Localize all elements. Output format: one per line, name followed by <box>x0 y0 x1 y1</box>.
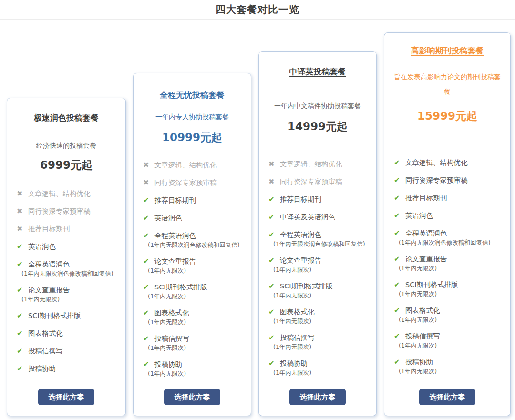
feature-row: ✔ 文章逻辑、结构优化 <box>394 158 506 168</box>
feature-main: ✔ 同行资深专家预审稿 <box>394 175 506 185</box>
cross-icon: ✖ <box>143 160 154 170</box>
feature-label: 投稿信撰写 <box>280 333 315 343</box>
check-icon: ✔ <box>17 328 28 338</box>
feature-main: ✔ 图表格式化 <box>268 307 372 317</box>
check-icon: ✔ <box>394 228 405 238</box>
feature-row: ✖ 文章逻辑、结构优化 <box>143 160 247 170</box>
feature-main: ✔ 投稿协助 <box>17 364 122 374</box>
check-icon: ✔ <box>143 334 154 344</box>
check-icon: ✔ <box>394 331 405 341</box>
feature-row: ✔ 投稿协助 (1年内无限次) <box>268 359 372 377</box>
feature-note: (1年内无限次) <box>273 317 372 325</box>
feature-label: 推荐目标期刊 <box>280 195 321 205</box>
feature-row: ✔ SCI期刊格式排版 <box>17 311 122 321</box>
feature-label: 投稿协助 <box>280 359 308 369</box>
feature-main: ✔ 中译英及英语润色 <box>268 212 372 222</box>
feature-row: ✔ 推荐目标期刊 <box>268 195 372 205</box>
check-icon: ✔ <box>268 230 280 240</box>
feature-label: 同行资深专家预审稿 <box>280 177 342 187</box>
check-icon: ✔ <box>17 259 28 269</box>
feature-label: 中译英及英语润色 <box>280 212 335 222</box>
check-icon: ✔ <box>394 280 405 290</box>
check-icon: ✔ <box>143 213 154 223</box>
feature-label: SCI期刊格式排版 <box>28 311 81 321</box>
feature-main: ✔ 论文查重报告 <box>268 256 372 266</box>
feature-note: (1年内无限次) <box>148 266 247 275</box>
select-plan-button[interactable]: 选择此方案 <box>289 389 346 405</box>
page-title: 四大套餐对比一览 <box>216 3 299 16</box>
check-icon: ✔ <box>394 211 405 221</box>
pricing-card: 全程无忧投稿套餐 一年内专人协助投稿套餐 10999元起 ✖ 文章逻辑、结构优化… <box>133 73 251 416</box>
feature-row: ✔ 英语润色 <box>143 213 247 223</box>
feature-main: ✔ 论文查重报告 <box>143 256 247 266</box>
feature-label: 全程英语润色 <box>405 228 447 238</box>
feature-note: (1年内无限次) <box>399 341 506 349</box>
feature-row: ✔ SCI期刊格式排版 (1年内无限次) <box>268 281 372 299</box>
feature-main: ✖ 文章逻辑、结构优化 <box>268 159 372 169</box>
feature-note: (1年内无限次) <box>273 343 372 351</box>
feature-row: ✖ 同行资深专家预审稿 <box>17 206 122 216</box>
feature-note: (1年内无限次) <box>273 369 372 377</box>
feature-main: ✔ SCI期刊格式排版 <box>143 282 247 292</box>
card-subtitle: 经济快速的投稿套餐 <box>7 141 125 151</box>
check-icon: ✔ <box>17 242 28 252</box>
check-icon: ✔ <box>17 346 28 356</box>
feature-label: 论文查重报告 <box>154 256 196 266</box>
feature-label: 投稿信撰写 <box>154 334 189 344</box>
cross-icon: ✖ <box>268 159 280 169</box>
feature-row: ✔ 投稿协助 (1年内无限次) <box>143 359 247 378</box>
card-title: 中译英投稿套餐 <box>259 66 376 77</box>
feature-row: ✔ 图表格式化 (1年内无限次) <box>394 306 506 324</box>
card-title: 高影响期刊投稿套餐 <box>384 45 510 56</box>
select-plan-button[interactable]: 选择此方案 <box>164 389 220 405</box>
feature-row: ✔ 全程英语润色 (1年内无限次润色修改稿和回复信) <box>268 230 372 248</box>
feature-label: SCI期刊格式排版 <box>405 280 458 290</box>
feature-list: ✔ 文章逻辑、结构优化 ✔ 同行资深专家预审稿 ✔ 推荐目标期刊 ✔ 英语润色 … <box>384 158 510 383</box>
select-plan-button[interactable]: 选择此方案 <box>38 389 94 405</box>
check-icon: ✔ <box>143 231 154 241</box>
feature-main: ✔ 全程英语润色 <box>268 230 372 240</box>
card-price: 6999元起 <box>7 158 125 173</box>
feature-label: 论文查重报告 <box>28 285 70 295</box>
card-price: 14999元起 <box>259 119 376 134</box>
check-icon: ✔ <box>394 193 405 203</box>
select-plan-button[interactable]: 选择此方案 <box>419 389 475 405</box>
feature-label: 全程英语润色 <box>280 230 321 240</box>
card-price: 10999元起 <box>134 130 251 145</box>
feature-main: ✔ 全程英语润色 <box>17 259 122 269</box>
feature-label: 文章逻辑、结构优化 <box>154 160 217 170</box>
feature-list: ✖ 文章逻辑、结构优化 ✖ 同行资深专家预审稿 ✔ 推荐目标期刊 ✔ 英语润色 … <box>134 160 251 385</box>
feature-row: ✔ 中译英及英语润色 <box>268 212 372 222</box>
feature-list: ✖ 文章逻辑、结构优化 ✖ 同行资深专家预审稿 ✖ 推荐目标期刊 ✔ 英语润色 … <box>7 189 125 381</box>
check-icon: ✔ <box>17 285 28 295</box>
feature-row: ✖ 同行资深专家预审稿 <box>268 177 372 187</box>
feature-label: 同行资深专家预审稿 <box>405 175 468 185</box>
feature-main: ✖ 同行资深专家预审稿 <box>17 206 122 216</box>
feature-label: 文章逻辑、结构优化 <box>28 189 91 199</box>
feature-label: SCI期刊格式排版 <box>154 282 207 292</box>
feature-row: ✔ 投稿信撰写 (1年内无限次) <box>394 331 506 349</box>
feature-label: 文章逻辑、结构优化 <box>280 159 342 169</box>
check-icon: ✔ <box>394 158 405 168</box>
feature-row: ✔ 论文查重报告 (1年内无限次) <box>143 256 247 275</box>
feature-note: (1年内无限次) <box>148 369 247 378</box>
feature-row: ✔ SCI期刊格式排版 (1年内无限次) <box>394 280 506 298</box>
feature-main: ✔ 投稿协助 <box>268 359 372 369</box>
feature-label: 投稿协助 <box>405 357 433 367</box>
feature-note: (1年内无限次) <box>148 344 247 352</box>
feature-row: ✔ 英语润色 <box>394 211 506 221</box>
feature-label: 投稿协助 <box>28 364 56 374</box>
check-icon: ✔ <box>268 256 280 266</box>
check-icon: ✔ <box>268 359 280 369</box>
feature-note: (1年内无限次) <box>273 291 372 299</box>
feature-label: 论文查重报告 <box>280 256 321 266</box>
feature-main: ✔ 投稿信撰写 <box>143 334 247 344</box>
feature-label: 英语润色 <box>154 213 182 223</box>
feature-note: (1年内无限次润色修改稿和回复信) <box>148 241 247 249</box>
card-title: 极速润色投稿套餐 <box>7 113 125 123</box>
card-price: 15999元起 <box>384 109 510 123</box>
pricing-card: 极速润色投稿套餐 经济快速的投稿套餐 6999元起 ✖ 文章逻辑、结构优化 ✖ … <box>7 98 126 416</box>
feature-main: ✔ SCI期刊格式排版 <box>17 311 122 321</box>
feature-row: ✔ 投稿信撰写 (1年内无限次) <box>143 334 247 352</box>
card-header: 中译英投稿套餐 一年内中文稿件协助投稿套餐 14999元起 <box>259 52 376 159</box>
